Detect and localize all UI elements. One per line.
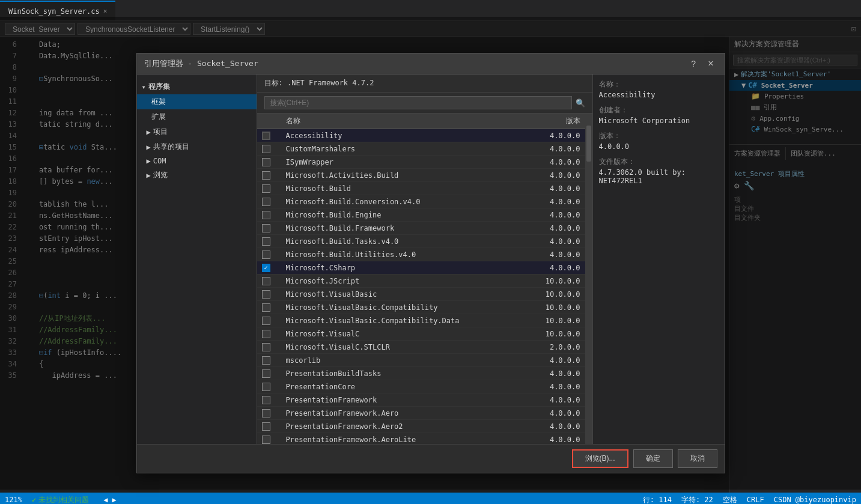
browse-nav-item[interactable]: ▶ 浏览	[137, 168, 257, 183]
checkbox[interactable]	[262, 343, 270, 351]
check-cell[interactable]	[262, 132, 284, 140]
close-tab-icon[interactable]: ×	[103, 7, 108, 15]
checkbox[interactable]	[262, 356, 270, 365]
table-row[interactable]: Microsoft.Build.Tasks.v4.0 4.0.0.0	[257, 235, 585, 248]
table-row[interactable]: Microsoft.CSharp 4.0.0.0	[257, 261, 585, 275]
dialog-nav-pane: ▾ 程序集 框架 扩展 ▶ 项目 ▶ 共享的项目 ▶	[137, 74, 257, 444]
assemblies-header[interactable]: ▾ 程序集	[137, 79, 257, 94]
version-value: 4.0.0.0	[599, 142, 719, 151]
checkbox[interactable]	[262, 436, 270, 444]
table-row[interactable]: mscorlib 4.0.0.0	[257, 354, 585, 367]
close-dialog-button[interactable]: ×	[704, 57, 717, 70]
checkbox[interactable]	[262, 158, 270, 166]
name-column-header: 名称	[284, 116, 520, 126]
chevron-right-icon: ▶	[147, 128, 151, 136]
table-row[interactable]: Microsoft.Build.Conversion.v4.0 4.0.0.0	[257, 195, 585, 208]
table-row[interactable]: Microsoft.Build.Engine 4.0.0.0	[257, 208, 585, 222]
checkbox[interactable]	[262, 303, 270, 312]
reference-manager-dialog: 引用管理器 - Socket_Server ? × ▾ 程序集 框架 扩展	[136, 53, 725, 473]
table-row[interactable]: Microsoft.Build.Utilities.v4.0 4.0.0.0	[257, 248, 585, 261]
table-row[interactable]: PresentationFramework.Aero2 4.0.0.0	[257, 420, 585, 433]
version-label: 版本：	[599, 131, 719, 141]
content-pane: 目标: .NET Framework 4.7.2 🔍 名称 版本	[257, 74, 592, 444]
checkbox[interactable]	[262, 237, 270, 246]
com-nav-item[interactable]: ▶ COM	[137, 154, 257, 168]
help-button[interactable]: ?	[687, 58, 699, 70]
browse-button[interactable]: 浏览(B)...	[572, 449, 628, 468]
dialog-controls: ? ×	[687, 57, 717, 70]
checkbox[interactable]	[262, 422, 270, 431]
dialog-titlebar: 引用管理器 - Socket_Server ? ×	[137, 53, 725, 74]
file-tab-label: WinSock_syn_Server.cs	[8, 7, 100, 16]
table-row[interactable]: CustomMarshalers 4.0.0.0	[257, 142, 585, 156]
creator-value: Microsoft Corporation	[599, 117, 719, 125]
watermark: CSDN @biyezuopinvip	[774, 496, 856, 504]
checkbox[interactable]	[262, 145, 270, 153]
checkbox-checked[interactable]	[262, 264, 270, 272]
ok-button[interactable]: 确定	[633, 449, 673, 468]
checkbox[interactable]	[262, 277, 270, 285]
checkbox[interactable]	[262, 224, 270, 232]
table-header: 名称 版本	[257, 114, 585, 129]
table-row[interactable]: PresentationBuildTasks 4.0.0.0	[257, 367, 585, 380]
table-row[interactable]: Microsoft.Activities.Build 4.0.0.0	[257, 169, 585, 182]
search-input[interactable]	[264, 96, 572, 109]
table-row[interactable]: Microsoft.VisualBasic 10.0.0.0	[257, 288, 585, 301]
framework-nav-item[interactable]: 框架	[137, 94, 257, 109]
file-version-label: 文件版本：	[599, 157, 719, 167]
reference-table: 名称 版本 Accessibility 4.0.0.0	[257, 114, 585, 444]
checkbox[interactable]	[262, 171, 270, 180]
checkbox[interactable]	[262, 396, 270, 404]
table-row[interactable]: Microsoft.VisualBasic.Compatibility.Data…	[257, 314, 585, 327]
checkbox[interactable]	[262, 184, 270, 193]
chevron-right-icon: ▶	[147, 171, 151, 180]
table-row[interactable]: Microsoft.VisualBasic.Compatibility 10.0…	[257, 301, 585, 314]
target-framework-label: 目标: .NET Framework 4.7.2	[257, 74, 592, 93]
search-icon: 🔍	[576, 99, 585, 108]
dialog-title: 引用管理器 - Socket_Server	[144, 58, 258, 69]
creator-label: 创建者：	[599, 105, 719, 115]
checkbox[interactable]	[262, 383, 270, 391]
table-row[interactable]: PresentationCore 4.0.0.0	[257, 380, 585, 393]
checkbox[interactable]	[262, 409, 270, 417]
file-version-value: 4.7.3062.0 built by: NET472REL1	[599, 168, 719, 185]
status-bar: 121% ✔ 未找到相关问题 ◀ ▶ 行: 114 字符: 22 空格 CRLF…	[0, 493, 861, 504]
projects-nav-item[interactable]: ▶ 项目	[137, 124, 257, 139]
cancel-button[interactable]: 取消	[678, 449, 717, 468]
table-row[interactable]: PresentationFramework 4.0.0.0	[257, 393, 585, 407]
checkbox[interactable]	[262, 211, 270, 219]
name-value: Accessibility	[599, 91, 719, 99]
table-row[interactable]: Accessibility 4.0.0.0	[257, 129, 585, 142]
checkbox[interactable]	[262, 330, 270, 338]
table-row[interactable]: Microsoft.VisualC 10.0.0.0	[257, 327, 585, 341]
table-row[interactable]: PresentationFramework.AeroLite 4.0.0.0	[257, 433, 585, 444]
table-row[interactable]: PresentationFramework.Aero 4.0.0.0	[257, 407, 585, 420]
table-row[interactable]: Microsoft.JScript 10.0.0.0	[257, 275, 585, 288]
checkbox[interactable]	[262, 132, 270, 140]
dialog-body: ▾ 程序集 框架 扩展 ▶ 项目 ▶ 共享的项目 ▶	[137, 74, 725, 444]
checkbox[interactable]	[262, 290, 270, 299]
name-label: 名称：	[599, 79, 719, 90]
vertical-scrollbar[interactable]	[585, 114, 592, 444]
status-icon: ✔	[32, 496, 36, 504]
checkbox[interactable]	[262, 198, 270, 206]
dialog-overlay: 引用管理器 - Socket_Server ? × ▾ 程序集 框架 扩展	[0, 17, 861, 490]
chevron-down-icon: ▾	[142, 83, 146, 91]
nav-arrows[interactable]: ◀ ▶	[103, 496, 117, 504]
dialog-footer: 浏览(B)... 确定 取消	[137, 444, 725, 473]
table-row[interactable]: Microsoft.Build.Framework 4.0.0.0	[257, 222, 585, 235]
table-row[interactable]: ISymWrapper 4.0.0.0	[257, 156, 585, 169]
chevron-right-icon: ▶	[147, 143, 151, 151]
extensions-nav-item[interactable]: 扩展	[137, 109, 257, 124]
checkbox[interactable]	[262, 317, 270, 325]
version-column-header: 版本	[520, 116, 580, 126]
shared-projects-nav-item[interactable]: ▶ 共享的项目	[137, 139, 257, 154]
checkbox[interactable]	[262, 369, 270, 378]
table-row[interactable]: Microsoft.VisualC.STLCLR 2.0.0.0	[257, 341, 585, 354]
table-row[interactable]: Microsoft.Build 4.0.0.0	[257, 182, 585, 195]
scrollbar-thumb[interactable]	[586, 126, 591, 162]
checkbox[interactable]	[262, 250, 270, 259]
chevron-right-icon: ▶	[147, 157, 151, 165]
line-info: 行: 114	[643, 495, 672, 505]
search-bar: 🔍	[257, 93, 592, 114]
